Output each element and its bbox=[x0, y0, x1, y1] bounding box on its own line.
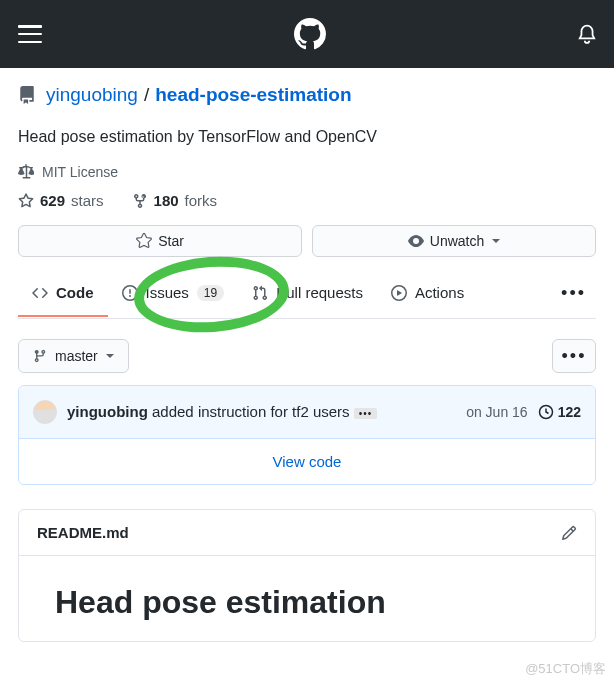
tab-actions[interactable]: Actions bbox=[377, 270, 478, 317]
github-logo[interactable] bbox=[294, 18, 326, 50]
avatar[interactable] bbox=[33, 400, 57, 424]
tabs-more-button[interactable]: ••• bbox=[551, 269, 596, 318]
tab-issues[interactable]: Issues 19 bbox=[108, 270, 239, 317]
tab-code[interactable]: Code bbox=[18, 270, 108, 317]
star-icon bbox=[18, 193, 34, 209]
play-icon bbox=[391, 285, 407, 301]
pencil-icon[interactable] bbox=[561, 525, 577, 541]
menu-button[interactable] bbox=[18, 25, 42, 43]
issues-count-badge: 19 bbox=[197, 285, 224, 301]
tab-pull-requests[interactable]: Pull requests bbox=[238, 270, 377, 317]
view-code-link[interactable]: View code bbox=[19, 438, 595, 484]
readme-title: Head pose estimation bbox=[55, 584, 559, 621]
branch-select-button[interactable]: master bbox=[18, 339, 129, 373]
forks-count[interactable]: 180forks bbox=[132, 192, 218, 209]
repo-icon bbox=[18, 86, 36, 104]
chevron-down-icon bbox=[106, 354, 114, 362]
code-icon bbox=[32, 285, 48, 301]
readme-filename[interactable]: README.md bbox=[37, 524, 129, 541]
breadcrumb-separator: / bbox=[144, 84, 149, 106]
branch-icon bbox=[33, 349, 47, 363]
commit-message[interactable]: yinguobing added instruction for tf2 use… bbox=[67, 403, 456, 420]
star-button[interactable]: Star bbox=[18, 225, 302, 257]
repo-link[interactable]: head-pose-estimation bbox=[155, 84, 351, 106]
code-more-button[interactable]: ••• bbox=[552, 339, 596, 373]
breadcrumb: yinguobing / head-pose-estimation bbox=[18, 84, 596, 106]
license-row[interactable]: MIT License bbox=[18, 164, 596, 180]
issue-icon bbox=[122, 285, 138, 301]
star-icon bbox=[136, 233, 152, 249]
stars-count[interactable]: 629stars bbox=[18, 192, 104, 209]
pull-request-icon bbox=[252, 285, 268, 301]
history-icon bbox=[538, 404, 554, 420]
unwatch-button[interactable]: Unwatch bbox=[312, 225, 596, 257]
commit-count[interactable]: 122 bbox=[538, 404, 581, 420]
owner-link[interactable]: yinguobing bbox=[46, 84, 138, 106]
ellipsis-button[interactable]: ••• bbox=[354, 408, 378, 419]
chevron-down-icon bbox=[492, 239, 500, 247]
commit-date: on Jun 16 bbox=[466, 404, 528, 420]
fork-icon bbox=[132, 193, 148, 209]
repo-description: Head pose estimation by TensorFlow and O… bbox=[18, 128, 596, 146]
license-text: MIT License bbox=[42, 164, 118, 180]
eye-icon bbox=[408, 233, 424, 249]
notifications-icon[interactable] bbox=[578, 24, 596, 44]
law-icon bbox=[18, 164, 34, 180]
